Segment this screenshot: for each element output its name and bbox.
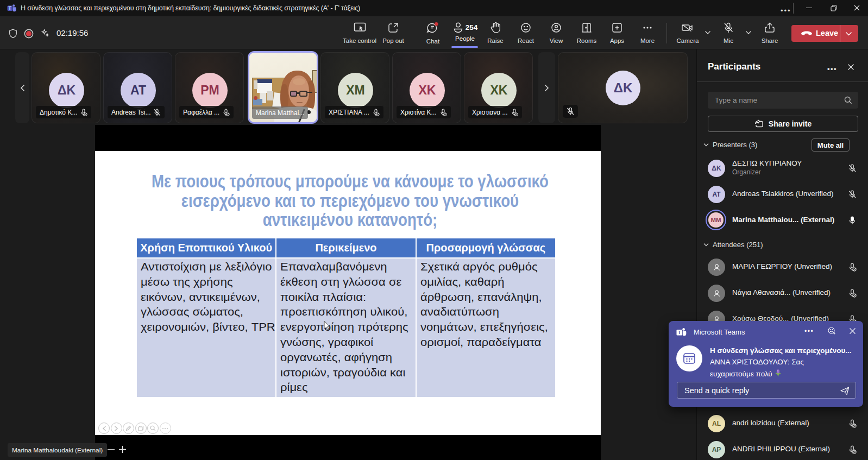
svg-text:T: T [678, 330, 681, 335]
svg-text:T: T [9, 5, 12, 11]
